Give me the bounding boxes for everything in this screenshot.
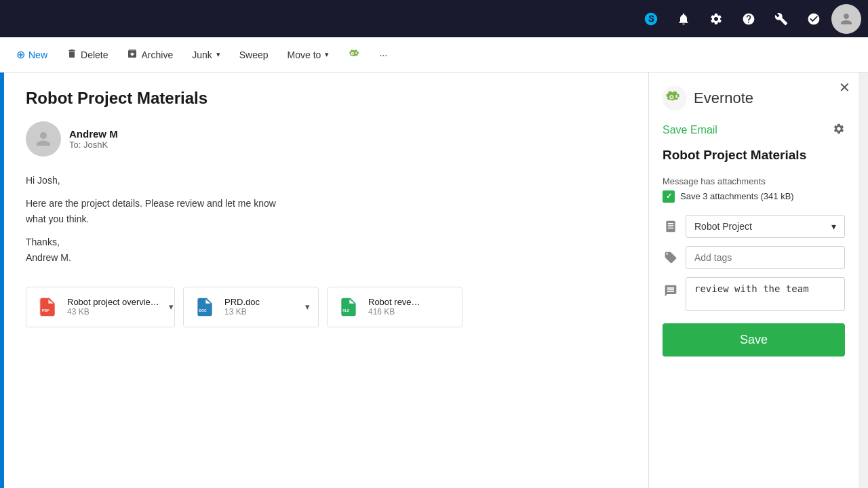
email-body-main: Here are the project details. Please rev… [26, 196, 627, 226]
evernote-toolbar-icon [348, 47, 360, 62]
save-attachments-label: Save 3 attachments (341 kB) [680, 191, 794, 201]
attachment-xls-info: Robot reve… 416 KB [368, 297, 420, 317]
sender-to: To: JoshK [69, 140, 118, 150]
attachment-pdf-dropdown[interactable]: ▾ [169, 302, 174, 312]
sweep-button[interactable]: Sweep [231, 45, 277, 64]
archive-icon [127, 48, 138, 62]
help-icon[interactable] [734, 4, 764, 34]
new-button[interactable]: ⊕ New [8, 44, 56, 65]
junk-dropdown-arrow: ▾ [216, 50, 220, 59]
main-layout: Robot Project Materials Andrew M To: Jos… [0, 73, 868, 488]
wrench-icon[interactable] [766, 4, 796, 34]
evernote-section-header: Save Email [663, 123, 845, 138]
attachment-doc-dropdown[interactable]: ▾ [305, 302, 310, 312]
evernote-panel: ✕ Evernote Save Email Robot Project Mate… [648, 73, 859, 488]
email-body: Hi Josh, Here are the project details. P… [26, 173, 627, 265]
delete-icon [66, 48, 77, 62]
toolbar: ⊕ New Delete Archive Junk ▾ Sweep Move t… [0, 37, 868, 73]
sender-name: Andrew M [69, 128, 118, 140]
save-button[interactable]: Save [663, 323, 845, 357]
tags-input[interactable] [686, 246, 845, 269]
xls-icon: XLS [336, 294, 361, 320]
evernote-settings-button[interactable] [833, 123, 845, 138]
attachment-doc-size: 13 KB [224, 307, 260, 317]
note-title: Robot Project Materials [663, 147, 845, 164]
user-avatar[interactable] [831, 4, 861, 34]
notebook-row: Robot Project ▾ [663, 215, 845, 238]
email-subject: Robot Project Materials [26, 89, 627, 108]
right-scrollbar[interactable] [859, 73, 868, 488]
top-nav [0, 0, 868, 37]
doc-icon: DOC [192, 294, 218, 320]
attachments-check-section: Message has attachments Save 3 attachmen… [663, 176, 845, 203]
notebook-select[interactable]: Robot Project ▾ [686, 215, 845, 238]
attachment-pdf-size: 43 KB [67, 307, 162, 317]
attachment-doc-info: PRD.doc 13 KB [224, 297, 260, 317]
feedback-icon[interactable] [799, 4, 829, 34]
svg-text:XLS: XLS [342, 308, 349, 312]
evernote-logo-icon [663, 86, 687, 110]
junk-button-label: Junk [192, 49, 212, 60]
skype-icon[interactable] [636, 4, 666, 34]
attachment-xls-size: 416 KB [368, 307, 420, 317]
evernote-toolbar-button[interactable] [340, 43, 368, 66]
attachment-doc-name: PRD.doc [224, 297, 260, 307]
sender-row: Andrew M To: JoshK [26, 121, 627, 157]
remark-row: review with the team [663, 277, 845, 311]
save-email-label: Save Email [663, 124, 717, 136]
svg-text:PDF: PDF [42, 308, 50, 312]
attachment-pdf[interactable]: PDF Robot project overview.pdf 43 KB ▾ [26, 287, 175, 327]
notebook-icon [663, 218, 679, 235]
attachment-xls[interactable]: XLS Robot reve… 416 KB [327, 287, 462, 327]
email-body-closing: Thanks,Andrew M. [26, 235, 627, 265]
checkbox-row: Save 3 attachments (341 kB) [663, 190, 845, 203]
delete-button[interactable]: Delete [58, 44, 116, 66]
save-button-label: Save [740, 333, 768, 346]
archive-button-label: Archive [141, 49, 173, 60]
attachment-pdf-name: Robot project overview.pdf [67, 297, 162, 307]
more-button-label: ··· [379, 49, 387, 60]
notebook-value: Robot Project [694, 221, 752, 232]
moveto-button-label: Move to [288, 49, 321, 60]
tags-icon [663, 249, 679, 266]
notebook-dropdown-arrow: ▾ [831, 221, 836, 232]
tags-row [663, 246, 845, 269]
remark-textarea[interactable]: review with the team [686, 277, 845, 311]
sender-avatar [26, 121, 61, 157]
bell-icon[interactable] [669, 4, 698, 34]
more-button[interactable]: ··· [371, 45, 395, 64]
attachments-label: Message has attachments [663, 176, 845, 186]
moveto-button[interactable]: Move to ▾ [279, 45, 338, 64]
email-body-greeting: Hi Josh, [26, 173, 627, 188]
attachments-row: PDF Robot project overview.pdf 43 KB ▾ D… [26, 287, 627, 327]
save-attachments-checkbox[interactable] [663, 190, 675, 203]
attachment-doc[interactable]: DOC PRD.doc 13 KB ▾ [183, 287, 319, 327]
close-button[interactable]: ✕ [839, 81, 850, 94]
svg-text:DOC: DOC [199, 308, 207, 312]
evernote-header: Evernote [663, 86, 845, 110]
pdf-icon: PDF [35, 294, 60, 320]
moveto-dropdown-arrow: ▾ [325, 50, 329, 59]
archive-button[interactable]: Archive [119, 44, 181, 66]
delete-button-label: Delete [81, 49, 108, 60]
attachment-xls-name: Robot reve… [368, 297, 420, 307]
sender-info: Andrew M To: JoshK [69, 128, 118, 150]
evernote-title: Evernote [694, 89, 753, 107]
junk-button[interactable]: Junk ▾ [184, 45, 229, 64]
new-icon: ⊕ [16, 48, 25, 61]
remark-icon [663, 283, 679, 299]
new-button-label: New [28, 49, 47, 60]
email-panel: Robot Project Materials Andrew M To: Jos… [4, 73, 648, 488]
settings-icon[interactable] [701, 4, 731, 34]
attachment-pdf-info: Robot project overview.pdf 43 KB [67, 297, 162, 317]
sweep-button-label: Sweep [239, 49, 269, 60]
